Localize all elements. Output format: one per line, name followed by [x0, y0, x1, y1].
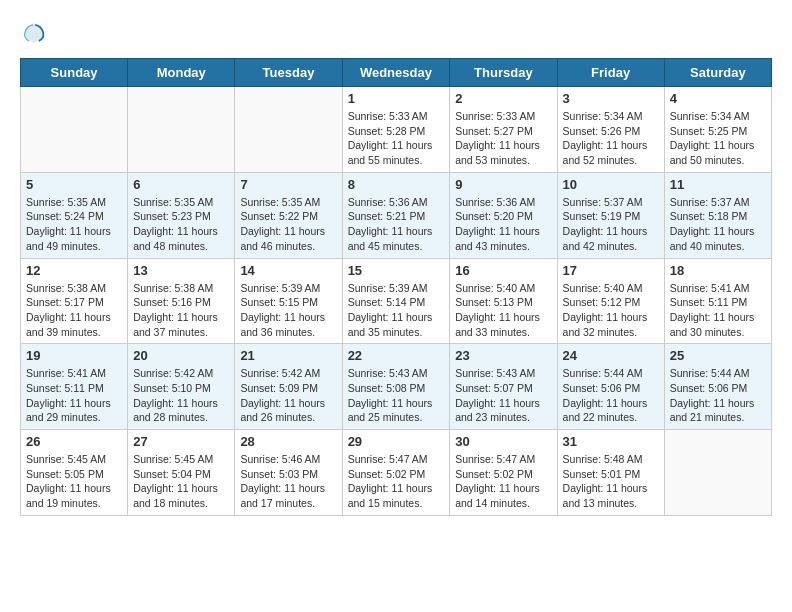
day-info: Sunrise: 5:43 AM Sunset: 5:08 PM Dayligh… — [348, 366, 445, 425]
calendar-table: SundayMondayTuesdayWednesdayThursdayFrid… — [20, 58, 772, 516]
calendar-cell — [128, 87, 235, 173]
day-number: 6 — [133, 177, 229, 192]
calendar-cell: 22Sunrise: 5:43 AM Sunset: 5:08 PM Dayli… — [342, 344, 450, 430]
day-header-monday: Monday — [128, 59, 235, 87]
calendar-cell: 9Sunrise: 5:36 AM Sunset: 5:20 PM Daylig… — [450, 172, 557, 258]
calendar-cell: 20Sunrise: 5:42 AM Sunset: 5:10 PM Dayli… — [128, 344, 235, 430]
day-info: Sunrise: 5:34 AM Sunset: 5:26 PM Dayligh… — [563, 109, 659, 168]
day-info: Sunrise: 5:44 AM Sunset: 5:06 PM Dayligh… — [670, 366, 766, 425]
calendar-week-3: 12Sunrise: 5:38 AM Sunset: 5:17 PM Dayli… — [21, 258, 772, 344]
day-info: Sunrise: 5:41 AM Sunset: 5:11 PM Dayligh… — [26, 366, 122, 425]
calendar-cell: 26Sunrise: 5:45 AM Sunset: 5:05 PM Dayli… — [21, 430, 128, 516]
calendar-cell — [235, 87, 342, 173]
calendar-week-1: 1Sunrise: 5:33 AM Sunset: 5:28 PM Daylig… — [21, 87, 772, 173]
day-info: Sunrise: 5:33 AM Sunset: 5:27 PM Dayligh… — [455, 109, 551, 168]
day-number: 14 — [240, 263, 336, 278]
calendar-cell: 30Sunrise: 5:47 AM Sunset: 5:02 PM Dayli… — [450, 430, 557, 516]
calendar-week-2: 5Sunrise: 5:35 AM Sunset: 5:24 PM Daylig… — [21, 172, 772, 258]
day-number: 29 — [348, 434, 445, 449]
day-info: Sunrise: 5:42 AM Sunset: 5:09 PM Dayligh… — [240, 366, 336, 425]
day-header-friday: Friday — [557, 59, 664, 87]
day-info: Sunrise: 5:45 AM Sunset: 5:05 PM Dayligh… — [26, 452, 122, 511]
calendar-cell: 25Sunrise: 5:44 AM Sunset: 5:06 PM Dayli… — [664, 344, 771, 430]
day-number: 22 — [348, 348, 445, 363]
day-number: 24 — [563, 348, 659, 363]
calendar-cell: 6Sunrise: 5:35 AM Sunset: 5:23 PM Daylig… — [128, 172, 235, 258]
day-number: 23 — [455, 348, 551, 363]
calendar-cell — [664, 430, 771, 516]
calendar-cell: 17Sunrise: 5:40 AM Sunset: 5:12 PM Dayli… — [557, 258, 664, 344]
day-info: Sunrise: 5:38 AM Sunset: 5:16 PM Dayligh… — [133, 281, 229, 340]
calendar-cell: 13Sunrise: 5:38 AM Sunset: 5:16 PM Dayli… — [128, 258, 235, 344]
calendar-cell: 19Sunrise: 5:41 AM Sunset: 5:11 PM Dayli… — [21, 344, 128, 430]
calendar-cell: 2Sunrise: 5:33 AM Sunset: 5:27 PM Daylig… — [450, 87, 557, 173]
calendar-week-4: 19Sunrise: 5:41 AM Sunset: 5:11 PM Dayli… — [21, 344, 772, 430]
day-number: 5 — [26, 177, 122, 192]
day-number: 2 — [455, 91, 551, 106]
day-info: Sunrise: 5:35 AM Sunset: 5:23 PM Dayligh… — [133, 195, 229, 254]
calendar-cell: 23Sunrise: 5:43 AM Sunset: 5:07 PM Dayli… — [450, 344, 557, 430]
day-number: 15 — [348, 263, 445, 278]
day-info: Sunrise: 5:39 AM Sunset: 5:14 PM Dayligh… — [348, 281, 445, 340]
day-info: Sunrise: 5:42 AM Sunset: 5:10 PM Dayligh… — [133, 366, 229, 425]
day-number: 12 — [26, 263, 122, 278]
day-number: 3 — [563, 91, 659, 106]
day-info: Sunrise: 5:47 AM Sunset: 5:02 PM Dayligh… — [348, 452, 445, 511]
day-number: 31 — [563, 434, 659, 449]
calendar-cell: 31Sunrise: 5:48 AM Sunset: 5:01 PM Dayli… — [557, 430, 664, 516]
day-number: 25 — [670, 348, 766, 363]
day-number: 27 — [133, 434, 229, 449]
day-info: Sunrise: 5:48 AM Sunset: 5:01 PM Dayligh… — [563, 452, 659, 511]
calendar-cell: 12Sunrise: 5:38 AM Sunset: 5:17 PM Dayli… — [21, 258, 128, 344]
calendar-cell: 29Sunrise: 5:47 AM Sunset: 5:02 PM Dayli… — [342, 430, 450, 516]
day-info: Sunrise: 5:41 AM Sunset: 5:11 PM Dayligh… — [670, 281, 766, 340]
day-info: Sunrise: 5:34 AM Sunset: 5:25 PM Dayligh… — [670, 109, 766, 168]
day-number: 10 — [563, 177, 659, 192]
day-info: Sunrise: 5:45 AM Sunset: 5:04 PM Dayligh… — [133, 452, 229, 511]
calendar-cell: 3Sunrise: 5:34 AM Sunset: 5:26 PM Daylig… — [557, 87, 664, 173]
day-info: Sunrise: 5:40 AM Sunset: 5:13 PM Dayligh… — [455, 281, 551, 340]
day-number: 1 — [348, 91, 445, 106]
day-number: 26 — [26, 434, 122, 449]
day-number: 30 — [455, 434, 551, 449]
day-info: Sunrise: 5:38 AM Sunset: 5:17 PM Dayligh… — [26, 281, 122, 340]
day-number: 19 — [26, 348, 122, 363]
day-info: Sunrise: 5:39 AM Sunset: 5:15 PM Dayligh… — [240, 281, 336, 340]
day-info: Sunrise: 5:37 AM Sunset: 5:18 PM Dayligh… — [670, 195, 766, 254]
day-number: 16 — [455, 263, 551, 278]
logo-icon — [22, 20, 46, 44]
day-header-tuesday: Tuesday — [235, 59, 342, 87]
calendar-cell — [21, 87, 128, 173]
day-header-thursday: Thursday — [450, 59, 557, 87]
calendar-cell: 16Sunrise: 5:40 AM Sunset: 5:13 PM Dayli… — [450, 258, 557, 344]
calendar-cell: 4Sunrise: 5:34 AM Sunset: 5:25 PM Daylig… — [664, 87, 771, 173]
day-header-wednesday: Wednesday — [342, 59, 450, 87]
page-header — [20, 20, 772, 48]
day-number: 21 — [240, 348, 336, 363]
calendar-cell: 11Sunrise: 5:37 AM Sunset: 5:18 PM Dayli… — [664, 172, 771, 258]
day-number: 17 — [563, 263, 659, 278]
day-number: 18 — [670, 263, 766, 278]
logo — [20, 20, 46, 48]
calendar-cell: 24Sunrise: 5:44 AM Sunset: 5:06 PM Dayli… — [557, 344, 664, 430]
calendar-week-5: 26Sunrise: 5:45 AM Sunset: 5:05 PM Dayli… — [21, 430, 772, 516]
calendar-cell: 5Sunrise: 5:35 AM Sunset: 5:24 PM Daylig… — [21, 172, 128, 258]
day-info: Sunrise: 5:46 AM Sunset: 5:03 PM Dayligh… — [240, 452, 336, 511]
calendar-cell: 18Sunrise: 5:41 AM Sunset: 5:11 PM Dayli… — [664, 258, 771, 344]
day-number: 7 — [240, 177, 336, 192]
day-info: Sunrise: 5:47 AM Sunset: 5:02 PM Dayligh… — [455, 452, 551, 511]
day-number: 20 — [133, 348, 229, 363]
day-info: Sunrise: 5:36 AM Sunset: 5:21 PM Dayligh… — [348, 195, 445, 254]
day-info: Sunrise: 5:35 AM Sunset: 5:22 PM Dayligh… — [240, 195, 336, 254]
day-number: 9 — [455, 177, 551, 192]
calendar-cell: 21Sunrise: 5:42 AM Sunset: 5:09 PM Dayli… — [235, 344, 342, 430]
day-header-saturday: Saturday — [664, 59, 771, 87]
day-info: Sunrise: 5:36 AM Sunset: 5:20 PM Dayligh… — [455, 195, 551, 254]
day-number: 11 — [670, 177, 766, 192]
day-info: Sunrise: 5:44 AM Sunset: 5:06 PM Dayligh… — [563, 366, 659, 425]
calendar-cell: 14Sunrise: 5:39 AM Sunset: 5:15 PM Dayli… — [235, 258, 342, 344]
day-header-sunday: Sunday — [21, 59, 128, 87]
day-info: Sunrise: 5:40 AM Sunset: 5:12 PM Dayligh… — [563, 281, 659, 340]
calendar-cell: 10Sunrise: 5:37 AM Sunset: 5:19 PM Dayli… — [557, 172, 664, 258]
day-info: Sunrise: 5:33 AM Sunset: 5:28 PM Dayligh… — [348, 109, 445, 168]
